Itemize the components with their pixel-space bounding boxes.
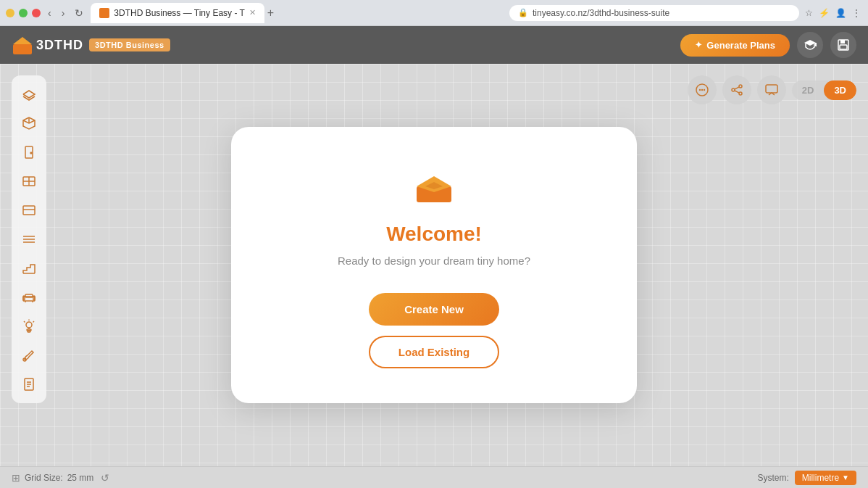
load-existing-btn[interactable]: Load Existing xyxy=(369,336,499,368)
logo: 3DTHD xyxy=(12,34,83,56)
bookmark-btn[interactable]: ☆ xyxy=(804,7,814,20)
grid-icon: ⊞ xyxy=(12,472,20,484)
system-area: System: Millimetre ▼ xyxy=(757,471,856,485)
logo-text: 3DTHD xyxy=(36,38,83,53)
extensions-btn[interactable]: ⚡ xyxy=(817,7,831,20)
browser-chrome: ‹ › ↻ 3DTHD Business — Tiny Easy - T ✕ +… xyxy=(0,0,868,26)
status-bar: ⊞ Grid Size: 25 mm ↺ System: Millimetre … xyxy=(0,466,868,488)
system-label: System: xyxy=(757,473,788,483)
new-tab-btn[interactable]: + xyxy=(267,7,274,20)
modal-subtitle: Ready to design your dream tiny home? xyxy=(275,255,593,267)
millimetre-label: Millimetre xyxy=(802,473,839,483)
save-icon xyxy=(837,38,850,51)
tab-bar: 3DTHD Business — Tiny Easy - T ✕ + xyxy=(91,3,505,23)
generate-plans-btn[interactable]: Generate Plans xyxy=(680,34,790,57)
modal-title: Welcome! xyxy=(275,223,593,246)
minimize-btn[interactable] xyxy=(6,9,14,17)
forward-btn[interactable]: › xyxy=(59,6,68,20)
help-btn[interactable] xyxy=(797,32,823,58)
save-btn[interactable] xyxy=(830,32,856,58)
grid-size-value: 25 mm xyxy=(67,473,94,483)
address-bar[interactable]: 🔒 tinyeasy.co.nz/3dthd-business-suite xyxy=(509,5,799,21)
close-btn[interactable] xyxy=(32,9,41,17)
back-btn[interactable]: ‹ xyxy=(45,6,54,20)
url-text: tinyeasy.co.nz/3dthd-business-suite xyxy=(533,8,669,18)
business-badge: 3DTHD Business xyxy=(89,38,170,51)
graduation-cap-icon xyxy=(804,38,817,51)
welcome-logo-icon xyxy=(411,162,457,208)
logo-area: 3DTHD 3DTHD Business xyxy=(12,34,170,56)
svg-rect-5 xyxy=(840,40,845,44)
app-header: 3DTHD 3DTHD Business Generate Plans xyxy=(0,26,868,64)
header-right: Generate Plans xyxy=(680,32,856,58)
modal-overlay: Welcome! Ready to design your dream tiny… xyxy=(0,64,868,466)
grid-size-area: ⊞ Grid Size: 25 mm ↺ xyxy=(12,472,109,484)
welcome-modal: Welcome! Ready to design your dream tiny… xyxy=(231,127,637,403)
menu-btn[interactable]: ⋮ xyxy=(851,7,862,20)
svg-rect-0 xyxy=(13,44,32,54)
reload-btn[interactable]: ↻ xyxy=(72,6,86,20)
browser-actions: ☆ ⚡ 👤 ⋮ xyxy=(804,7,862,20)
logo-icon xyxy=(12,34,33,56)
svg-marker-1 xyxy=(13,37,32,44)
reset-grid-btn[interactable]: ↺ xyxy=(101,472,109,484)
maximize-btn[interactable] xyxy=(19,9,28,17)
chevron-down-icon: ▼ xyxy=(842,473,849,481)
profile-btn[interactable]: 👤 xyxy=(834,7,848,20)
tab-close-btn[interactable]: ✕ xyxy=(249,8,256,17)
tab-title: 3DTHD Business — Tiny Easy - T xyxy=(114,8,245,18)
svg-rect-6 xyxy=(840,45,847,49)
create-new-btn[interactable]: Create New xyxy=(369,293,499,326)
grid-size-label: Grid Size: xyxy=(25,473,63,483)
window-controls xyxy=(6,9,41,17)
modal-icon xyxy=(411,162,457,208)
active-tab[interactable]: 3DTHD Business — Tiny Easy - T ✕ xyxy=(91,3,264,23)
tab-favicon xyxy=(99,8,109,18)
millimetre-btn[interactable]: Millimetre ▼ xyxy=(795,471,856,485)
workspace: 2D 3D xyxy=(0,64,868,466)
